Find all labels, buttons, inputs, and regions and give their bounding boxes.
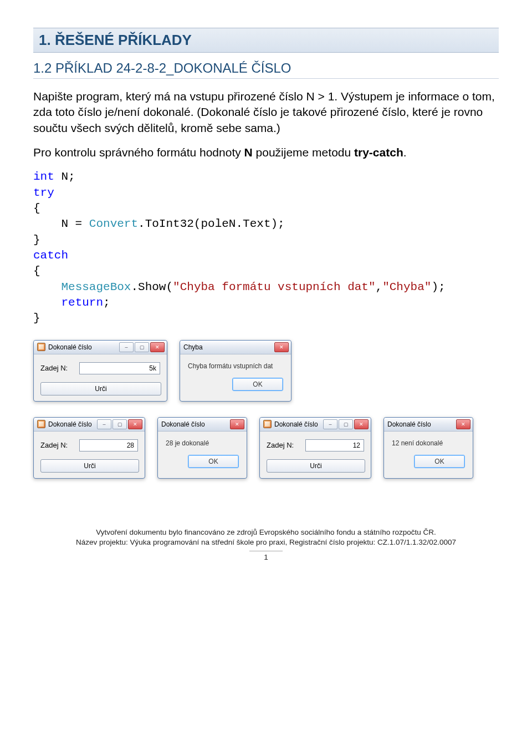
- screenshot-row-2: Dokonalé číslo – ▢ ✕ Zadej N: 28 Urči Do…: [33, 417, 499, 479]
- window-title: Dokonalé číslo: [48, 420, 92, 428]
- info-dialog: Dokonalé číslo ✕ 28 je dokonalé OK: [157, 417, 247, 479]
- minimize-button[interactable]: –: [119, 342, 134, 352]
- app-icon: [263, 420, 272, 428]
- maximize-button[interactable]: ▢: [135, 342, 149, 352]
- n-input[interactable]: 28: [79, 439, 138, 451]
- close-button[interactable]: ✕: [230, 419, 244, 429]
- minimize-button[interactable]: –: [323, 419, 337, 429]
- title-bar: Dokonalé číslo ✕: [384, 418, 473, 432]
- dialog-message: 12 není dokonalé: [392, 439, 465, 447]
- urci-button[interactable]: Urči: [40, 459, 139, 473]
- paragraph-2: Pro kontrolu správného formátu hodnoty N…: [33, 145, 499, 160]
- app-window: Dokonalé číslo – ▢ ✕ Zadej N: 12 Urči: [259, 417, 371, 479]
- heading-1: 1. ŘEŠENÉ PŘÍKLADY: [33, 28, 499, 53]
- title-bar: Chyba ✕: [180, 341, 291, 354]
- n-input[interactable]: 12: [305, 439, 364, 451]
- text: použijeme metodu: [253, 146, 354, 159]
- code-block: int N; try { N = Convert.ToInt32(poleN.T…: [33, 169, 499, 326]
- dialog-title: Dokonalé číslo: [161, 420, 205, 428]
- title-bar: Dokonalé číslo – ▢ ✕: [260, 418, 371, 432]
- title-bar: Dokonalé číslo – ▢ ✕: [34, 341, 167, 354]
- close-button[interactable]: ✕: [456, 419, 470, 429]
- bold-n: N: [244, 146, 253, 159]
- n-input[interactable]: 5k: [79, 362, 160, 374]
- urci-button[interactable]: Urči: [267, 459, 365, 473]
- error-dialog: Chyba ✕ Chyba formátu vstupních dat OK: [180, 340, 291, 402]
- screenshot-row-1: Dokonalé číslo – ▢ ✕ Zadej N: 5k Urči Ch…: [33, 340, 499, 402]
- label-zadej-n: Zadej N:: [40, 441, 73, 449]
- dialog-title: Dokonalé číslo: [387, 420, 431, 428]
- ok-button[interactable]: OK: [188, 455, 239, 468]
- footer: Vytvoření dokumentu bylo financováno ze …: [0, 511, 532, 569]
- info-dialog: Dokonalé číslo ✕ 12 není dokonalé OK: [383, 417, 473, 479]
- window-title: Dokonalé číslo: [48, 343, 92, 351]
- app-icon: [37, 420, 45, 428]
- minimize-button[interactable]: –: [97, 419, 111, 429]
- title-bar: Dokonalé číslo – ▢ ✕: [34, 418, 145, 432]
- label-zadej-n: Zadej N:: [40, 364, 73, 372]
- close-button[interactable]: ✕: [274, 342, 289, 352]
- close-button[interactable]: ✕: [354, 419, 369, 429]
- window-title: Dokonalé číslo: [274, 420, 318, 428]
- page-number: 1: [249, 551, 283, 562]
- app-window: Dokonalé číslo – ▢ ✕ Zadej N: 5k Urči: [33, 340, 167, 402]
- maximize-button[interactable]: ▢: [112, 419, 127, 429]
- text: Pro kontrolu správného formátu hodnoty: [33, 146, 244, 159]
- dialog-message: 28 je dokonalé: [166, 439, 239, 447]
- urci-button[interactable]: Urči: [40, 382, 161, 395]
- footer-line-2: Název projektu: Výuka programování na st…: [22, 537, 510, 547]
- title-bar: Dokonalé číslo ✕: [158, 418, 247, 432]
- maximize-button[interactable]: ▢: [339, 419, 353, 429]
- app-icon: [37, 343, 45, 351]
- bold-trycatch: try-catch: [354, 146, 403, 159]
- app-window: Dokonalé číslo – ▢ ✕ Zadej N: 28 Urči: [33, 417, 145, 479]
- label-zadej-n: Zadej N:: [267, 441, 299, 449]
- close-button[interactable]: ✕: [128, 419, 142, 429]
- text: .: [403, 146, 407, 159]
- dialog-title: Chyba: [183, 343, 203, 351]
- footer-line-1: Vytvoření dokumentu bylo financováno ze …: [22, 527, 510, 537]
- dialog-message: Chyba formátu vstupních dat: [188, 362, 283, 370]
- ok-button[interactable]: OK: [232, 378, 283, 391]
- close-button[interactable]: ✕: [150, 342, 165, 352]
- heading-2: 1.2 PŘÍKLAD 24-2-8-2_DOKONALÉ ČÍSLO: [33, 60, 499, 79]
- ok-button[interactable]: OK: [414, 455, 465, 468]
- paragraph-1: Napište program, který má na vstupu přir…: [33, 89, 499, 136]
